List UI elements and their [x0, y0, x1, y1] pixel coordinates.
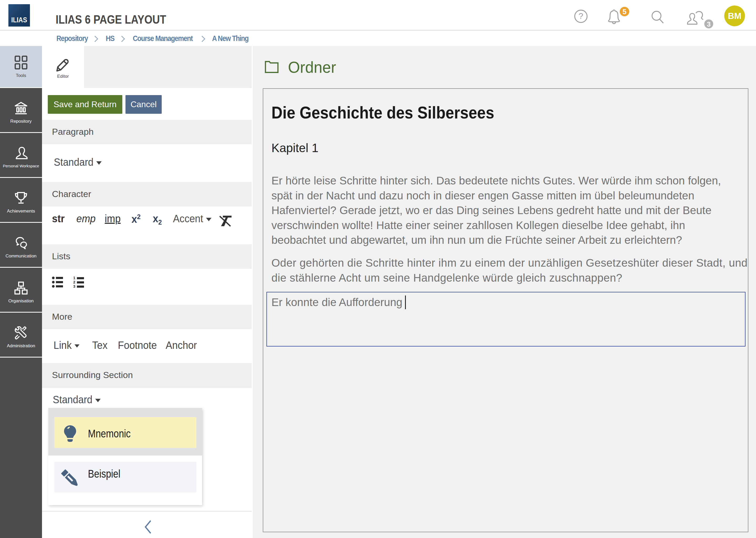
svg-text:1: 1: [73, 276, 75, 280]
svg-text:5: 5: [622, 8, 626, 16]
svg-text:3: 3: [707, 20, 711, 28]
svg-text:2: 2: [73, 280, 75, 284]
svg-text:3: 3: [73, 284, 75, 289]
svg-text:?: ?: [579, 11, 583, 21]
